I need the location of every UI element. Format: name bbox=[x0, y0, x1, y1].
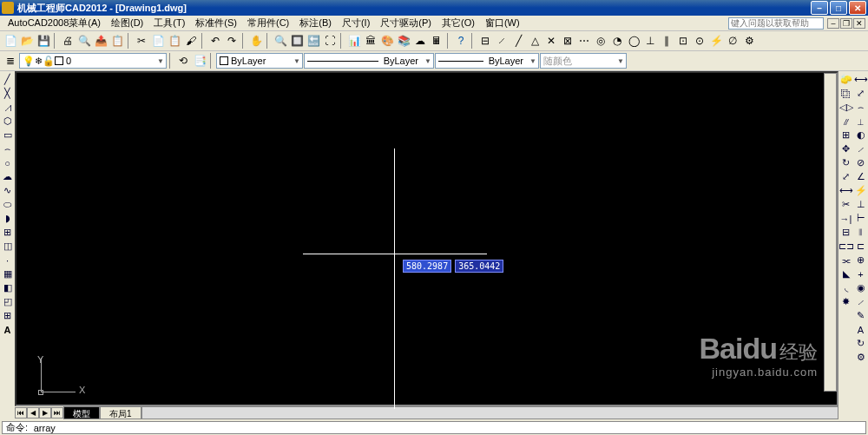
dim-radius-icon[interactable]: ◐ bbox=[854, 129, 867, 142]
move-icon[interactable]: ✥ bbox=[839, 142, 852, 155]
break-icon[interactable]: ⊏⊐ bbox=[839, 240, 852, 253]
dim-quick-icon[interactable]: ⚡ bbox=[854, 184, 867, 197]
osnap-intersect-icon[interactable]: ✕ bbox=[543, 33, 559, 49]
polyline-icon[interactable]: ⩘ bbox=[1, 101, 14, 114]
tab-last-button[interactable]: ⏭ bbox=[51, 407, 63, 419]
osnap-midpoint-icon[interactable]: △ bbox=[527, 33, 542, 49]
menu-dimension-drive[interactable]: 尺寸驱动(P) bbox=[375, 16, 437, 30]
dim-continue-icon[interactable]: ⊢ bbox=[854, 212, 867, 225]
osnap-tangent-icon[interactable]: ◯ bbox=[626, 33, 641, 49]
zoom-window-icon[interactable]: 🔲 bbox=[289, 33, 305, 49]
hatch-icon[interactable]: ▦ bbox=[1, 267, 14, 280]
arc-icon[interactable]: ⌢ bbox=[1, 142, 14, 155]
publish-icon[interactable]: 📤 bbox=[93, 33, 108, 49]
osnap-nearest-icon[interactable]: ⚡ bbox=[708, 33, 724, 49]
sheetset-icon[interactable]: 📚 bbox=[396, 33, 411, 49]
dim-edit-icon[interactable]: ✎ bbox=[854, 309, 867, 322]
rectangle-icon[interactable]: ▭ bbox=[1, 129, 14, 142]
doc-minimize-button[interactable]: – bbox=[827, 18, 839, 29]
circle-icon[interactable]: ○ bbox=[1, 156, 14, 169]
zoom-realtime-icon[interactable]: 🔍 bbox=[273, 33, 288, 49]
color-dropdown[interactable]: ByLayer bbox=[216, 53, 303, 69]
coord-y-value[interactable]: 365.0442 bbox=[455, 260, 503, 273]
menu-annotation[interactable]: 标注(B) bbox=[294, 16, 337, 30]
dim-linear-icon[interactable]: ⟷ bbox=[854, 73, 867, 86]
paste-icon[interactable]: 📋 bbox=[167, 33, 182, 49]
copy-obj-icon[interactable]: ⿻ bbox=[839, 87, 852, 100]
vertical-scrollbar[interactable] bbox=[824, 73, 837, 392]
chamfer-icon[interactable]: ◣ bbox=[839, 267, 852, 280]
layer-states-icon[interactable]: 📑 bbox=[192, 53, 207, 69]
linetype-dropdown[interactable]: ByLayer bbox=[304, 53, 434, 69]
dimstyle-icon[interactable]: ⚙ bbox=[854, 351, 867, 364]
osnap-node-icon[interactable]: ⊙ bbox=[692, 33, 707, 49]
sheet-icon[interactable]: 📋 bbox=[109, 33, 125, 49]
menu-standard-parts[interactable]: 标准件(S) bbox=[190, 16, 242, 30]
doc-close-button[interactable]: ✕ bbox=[853, 18, 865, 29]
ellipsearc-icon[interactable]: ◗ bbox=[1, 212, 14, 225]
inspect-icon[interactable]: ◉ bbox=[854, 281, 867, 294]
makeblock-icon[interactable]: ◫ bbox=[1, 240, 14, 253]
calc-icon[interactable]: 🖩 bbox=[429, 33, 444, 49]
insertblock-icon[interactable]: ⊞ bbox=[1, 226, 14, 239]
explode-icon[interactable]: ✸ bbox=[839, 295, 852, 308]
centermark-icon[interactable]: + bbox=[854, 267, 867, 280]
osnap-insert-icon[interactable]: ⊡ bbox=[675, 33, 691, 49]
mtext-icon[interactable]: A bbox=[1, 323, 14, 336]
dim-jogged-icon[interactable]: ⟋ bbox=[854, 142, 867, 155]
menu-window[interactable]: 窗口(W) bbox=[480, 16, 525, 30]
ellipse-icon[interactable]: ⬭ bbox=[1, 198, 14, 211]
revcloud-icon[interactable]: ☁ bbox=[1, 170, 14, 183]
osnap-temp-icon[interactable]: ⊟ bbox=[477, 33, 493, 49]
tab-prev-button[interactable]: ◀ bbox=[27, 407, 39, 419]
tab-next-button[interactable]: ▶ bbox=[39, 407, 51, 419]
tab-layout1[interactable]: 布局1 bbox=[100, 406, 141, 419]
coord-x-value[interactable]: 580.2987 bbox=[403, 260, 451, 273]
layer-dropdown[interactable]: 💡 ❄ 🔓 0 bbox=[19, 53, 167, 69]
layer-manager-icon[interactable]: ≣ bbox=[3, 53, 18, 69]
fillet-icon[interactable]: ◟ bbox=[839, 281, 852, 294]
plotstyle-dropdown[interactable]: 随颜色 bbox=[540, 53, 627, 69]
preview-icon[interactable]: 🔍 bbox=[76, 33, 92, 49]
osnap-from-icon[interactable]: ⟋ bbox=[494, 33, 510, 49]
tab-first-button[interactable]: ⏮ bbox=[15, 407, 27, 419]
markup-icon[interactable]: ☁ bbox=[412, 33, 428, 49]
menu-other[interactable]: 其它(O) bbox=[437, 16, 480, 30]
print-icon[interactable]: 🖨 bbox=[60, 33, 76, 49]
drawing-canvas[interactable]: 580.2987 365.0442 Y X Baidu 经验 jingyan.b… bbox=[15, 71, 838, 406]
dim-space-icon[interactable]: ⫴ bbox=[854, 226, 867, 239]
rotate-icon[interactable]: ↻ bbox=[839, 156, 852, 169]
save-icon[interactable]: 💾 bbox=[36, 33, 51, 49]
help-icon[interactable]: ? bbox=[453, 33, 469, 49]
erase-icon[interactable]: 🧽 bbox=[839, 73, 852, 86]
dim-diameter-icon[interactable]: ⊘ bbox=[854, 156, 867, 169]
osnap-perp-icon[interactable]: ⊥ bbox=[642, 33, 658, 49]
osnap-center-icon[interactable]: ◎ bbox=[593, 33, 608, 49]
minimize-button[interactable]: – bbox=[811, 1, 828, 15]
osnap-none-icon[interactable]: ∅ bbox=[725, 33, 740, 49]
trim-icon[interactable]: ✂ bbox=[839, 198, 852, 211]
new-file-icon[interactable]: 📄 bbox=[3, 33, 18, 49]
osnap-appint-icon[interactable]: ⊠ bbox=[560, 33, 575, 49]
undo-icon[interactable]: ↶ bbox=[207, 33, 223, 49]
zoom-extents-icon[interactable]: ⛶ bbox=[322, 33, 338, 49]
layer-prev-icon[interactable]: ⟲ bbox=[175, 53, 191, 69]
dim-update-icon[interactable]: ↻ bbox=[854, 337, 867, 350]
extend-icon[interactable]: →| bbox=[839, 212, 852, 225]
dim-aligned-icon[interactable]: ⤢ bbox=[854, 87, 867, 100]
design-center-icon[interactable]: 🏛 bbox=[363, 33, 378, 49]
dim-arc-icon[interactable]: ⌢ bbox=[854, 101, 867, 114]
scale-icon[interactable]: ⤢ bbox=[839, 170, 852, 183]
point-icon[interactable]: · bbox=[1, 254, 14, 267]
zoom-prev-icon[interactable]: 🔙 bbox=[306, 33, 321, 49]
dim-baseline-icon[interactable]: ⊥ bbox=[854, 198, 867, 211]
lineweight-dropdown[interactable]: ByLayer bbox=[435, 53, 539, 69]
tolerance-icon[interactable]: ⊕ bbox=[854, 254, 867, 267]
redo-icon[interactable]: ↷ bbox=[224, 33, 240, 49]
menu-common-parts[interactable]: 常用件(C) bbox=[242, 16, 294, 30]
match-icon[interactable]: 🖌 bbox=[183, 33, 199, 49]
maximize-button[interactable]: □ bbox=[830, 1, 847, 15]
xline-icon[interactable]: ╳ bbox=[1, 87, 14, 100]
menu-draw[interactable]: 绘图(D) bbox=[106, 16, 148, 30]
pan-icon[interactable]: ✋ bbox=[248, 33, 264, 49]
